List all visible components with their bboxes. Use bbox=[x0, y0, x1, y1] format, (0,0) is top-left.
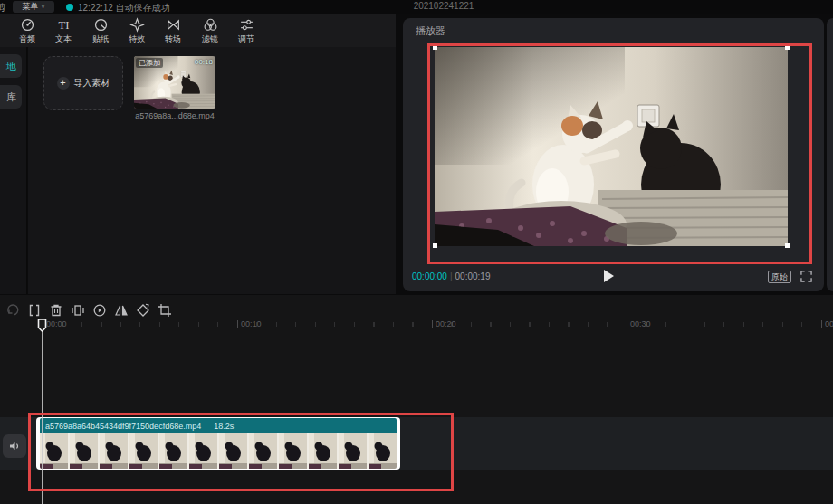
filter-icon bbox=[203, 17, 218, 33]
tab-filter[interactable]: 滤镜 bbox=[192, 17, 228, 45]
project-title: 202102241221 bbox=[362, 1, 525, 11]
tab-label: 文本 bbox=[55, 33, 72, 45]
playhead-handle[interactable] bbox=[37, 319, 47, 332]
ruler-label: 00:20 bbox=[432, 319, 456, 329]
fullscreen-icon[interactable] bbox=[800, 271, 812, 282]
adjust-icon bbox=[239, 17, 254, 33]
tab-label: 滤镜 bbox=[202, 33, 218, 45]
chevron-down-icon: ˅ bbox=[41, 4, 44, 10]
video-editor-window: 剪 菜单 ˅ 12:22:12 自动保存成功 202102241221 音频 T… bbox=[0, 0, 833, 504]
clip-duration: 00:18 bbox=[195, 58, 213, 66]
text-icon: TI bbox=[56, 17, 72, 33]
menu-button[interactable]: 菜单 ˅ bbox=[13, 1, 54, 13]
tab-label: 调节 bbox=[238, 33, 254, 45]
app-logo: 剪 bbox=[0, 1, 5, 14]
split-icon[interactable] bbox=[26, 302, 43, 319]
playhead-line[interactable] bbox=[42, 319, 43, 504]
freeze-frame-icon[interactable] bbox=[70, 302, 86, 319]
media-panel: + 导入素材 已添加 00:18 a5769a8a...d68e.mp4 bbox=[28, 47, 396, 294]
track-mute-button[interactable] bbox=[3, 434, 26, 458]
current-time: 00:00:00 bbox=[412, 271, 447, 281]
autosave-message: 12:22:12 自动保存成功 bbox=[78, 2, 170, 14]
sidebar-item-local[interactable]: 地 bbox=[0, 54, 22, 78]
tab-label: 转场 bbox=[165, 33, 181, 45]
player-timecode: 00:00:00|00:00:19 bbox=[412, 271, 490, 281]
effects-icon bbox=[129, 17, 145, 33]
tab-label: 特效 bbox=[129, 33, 145, 45]
undo-icon[interactable] bbox=[5, 302, 22, 319]
player-panel: 播放器 00:00:00|00:00:19 原始 bbox=[403, 18, 824, 291]
delete-icon[interactable] bbox=[48, 302, 64, 319]
audio-icon bbox=[20, 17, 35, 33]
selection-handle[interactable] bbox=[433, 45, 437, 50]
plus-icon: + bbox=[57, 77, 70, 90]
top-bar: 剪 菜单 ˅ 12:22:12 自动保存成功 202102241221 bbox=[0, 0, 833, 14]
ruler-label: 00:40 bbox=[821, 319, 833, 329]
video-preview[interactable] bbox=[435, 47, 788, 246]
media-clip-thumbnail[interactable]: 已添加 00:18 bbox=[134, 56, 215, 109]
selection-handle[interactable] bbox=[785, 243, 790, 248]
svg-text:TI: TI bbox=[58, 19, 69, 32]
timeline-clip[interactable]: a5769a8a64b45434df9f7150decfd68e.mp4 18.… bbox=[36, 417, 400, 470]
timeline-toolbar bbox=[0, 300, 833, 320]
tab-label: 音频 bbox=[19, 33, 35, 45]
menu-label: 菜单 bbox=[22, 1, 38, 13]
import-label: 导入素材 bbox=[74, 77, 110, 90]
sticker-icon bbox=[93, 17, 109, 33]
media-sidebar: 地 库 bbox=[0, 47, 27, 294]
selection-handle[interactable] bbox=[433, 243, 437, 248]
media-toolbar: 音频 TI 文本 贴纸 特效 转场 bbox=[0, 14, 396, 47]
sidebar-item-label: 地 bbox=[6, 60, 16, 73]
clip-filename: a5769a8a64b45434df9f7150decfd68e.mp4 bbox=[45, 422, 201, 431]
tab-audio[interactable]: 音频 bbox=[9, 17, 45, 45]
tab-effects[interactable]: 特效 bbox=[119, 17, 155, 45]
tab-label: 贴纸 bbox=[92, 33, 109, 45]
clip-filename: a5769a8a...d68e.mp4 bbox=[127, 111, 223, 120]
right-panel-edge bbox=[827, 18, 833, 291]
sidebar-item-library[interactable]: 库 bbox=[0, 85, 22, 109]
clip-filmstrip bbox=[40, 433, 397, 469]
original-size-button[interactable]: 原始 bbox=[768, 271, 791, 283]
rotate-icon[interactable] bbox=[135, 302, 151, 319]
clip-duration: 18.2s bbox=[214, 422, 234, 431]
tab-transition[interactable]: 转场 bbox=[155, 17, 191, 45]
timeline-clip-body: a5769a8a64b45434df9f7150decfd68e.mp4 18.… bbox=[40, 418, 397, 469]
crop-icon[interactable] bbox=[157, 302, 173, 319]
tab-sticker[interactable]: 贴纸 bbox=[82, 17, 119, 45]
player-title: 播放器 bbox=[416, 24, 445, 38]
transition-icon bbox=[166, 17, 181, 33]
ruler-label: 00:10 bbox=[237, 319, 262, 329]
selection-handle[interactable] bbox=[785, 45, 790, 50]
timeline-section: 00:00 00:10 00:20 00:30 00:40 a5769a8a64… bbox=[0, 295, 833, 504]
speaker-icon bbox=[8, 440, 21, 452]
time-divider: | bbox=[447, 271, 455, 281]
play-button[interactable] bbox=[604, 270, 614, 282]
autosave-status-icon bbox=[66, 4, 73, 11]
clip-header: a5769a8a64b45434df9f7150decfd68e.mp4 18.… bbox=[40, 418, 397, 433]
mirror-icon[interactable] bbox=[113, 302, 129, 319]
ruler-label: 00:30 bbox=[627, 319, 651, 329]
tab-adjust[interactable]: 调节 bbox=[228, 17, 264, 45]
added-badge: 已添加 bbox=[136, 58, 163, 68]
tab-text[interactable]: TI 文本 bbox=[45, 17, 81, 45]
reverse-icon[interactable] bbox=[91, 302, 108, 319]
sidebar-item-label: 库 bbox=[6, 90, 16, 104]
total-time: 00:00:19 bbox=[455, 271, 491, 281]
video-frame-image bbox=[435, 47, 788, 246]
import-material-button[interactable]: + 导入素材 bbox=[43, 56, 123, 110]
